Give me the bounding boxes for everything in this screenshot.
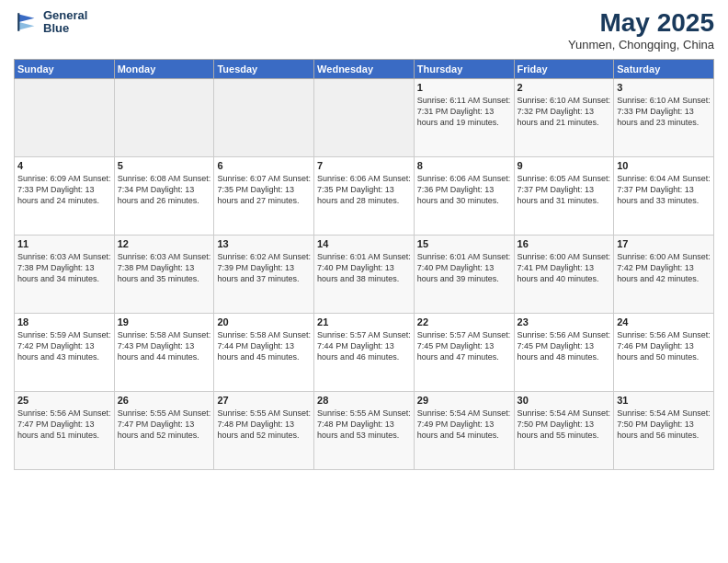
day-info: Sunrise: 5:57 AM Sunset: 7:45 PM Dayligh… (417, 329, 511, 362)
day-info: Sunrise: 6:08 AM Sunset: 7:34 PM Dayligh… (118, 173, 211, 206)
day-number: 24 (617, 316, 711, 327)
logo-line2: Blue (43, 21, 69, 35)
logo: General Blue (14, 9, 87, 36)
day-info: Sunrise: 5:56 AM Sunset: 7:45 PM Dayligh… (518, 329, 611, 362)
day-number: 9 (518, 160, 611, 171)
calendar-cell: 24Sunrise: 5:56 AM Sunset: 7:46 PM Dayli… (614, 313, 714, 391)
calendar-cell: 26Sunrise: 5:55 AM Sunset: 7:47 PM Dayli… (114, 391, 214, 469)
calendar-cell (15, 78, 115, 156)
calendar-cell (114, 78, 214, 156)
logo-line1: General (43, 8, 87, 22)
day-number: 10 (617, 160, 711, 171)
calendar-cell: 6Sunrise: 6:07 AM Sunset: 7:35 PM Daylig… (214, 156, 314, 235)
day-number: 29 (417, 395, 511, 406)
day-info: Sunrise: 6:06 AM Sunset: 7:35 PM Dayligh… (317, 173, 411, 206)
day-number: 6 (217, 160, 311, 171)
day-number: 17 (617, 238, 711, 249)
week-row-4: 18Sunrise: 5:59 AM Sunset: 7:42 PM Dayli… (15, 313, 714, 391)
day-number: 3 (617, 82, 711, 93)
day-info: Sunrise: 6:01 AM Sunset: 7:40 PM Dayligh… (417, 251, 511, 284)
calendar-cell: 25Sunrise: 5:56 AM Sunset: 7:47 PM Dayli… (15, 391, 115, 469)
day-header-monday: Monday (114, 59, 214, 78)
logo-icon (14, 9, 40, 35)
calendar-cell: 4Sunrise: 6:09 AM Sunset: 7:33 PM Daylig… (15, 156, 115, 235)
calendar-cell: 10Sunrise: 6:04 AM Sunset: 7:37 PM Dayli… (614, 156, 714, 235)
week-row-1: 1Sunrise: 6:11 AM Sunset: 7:31 PM Daylig… (15, 78, 714, 156)
day-number: 27 (217, 395, 311, 406)
day-number: 8 (417, 160, 511, 171)
day-info: Sunrise: 5:55 AM Sunset: 7:47 PM Dayligh… (118, 408, 211, 441)
subtitle: Yunmen, Chongqing, China (568, 38, 714, 52)
calendar-cell: 20Sunrise: 5:58 AM Sunset: 7:44 PM Dayli… (214, 313, 314, 391)
day-header-sunday: Sunday (15, 59, 115, 78)
day-info: Sunrise: 6:11 AM Sunset: 7:31 PM Dayligh… (417, 95, 511, 128)
calendar-body: 1Sunrise: 6:11 AM Sunset: 7:31 PM Daylig… (15, 78, 714, 469)
calendar-cell: 7Sunrise: 6:06 AM Sunset: 7:35 PM Daylig… (314, 156, 415, 235)
calendar-cell: 2Sunrise: 6:10 AM Sunset: 7:32 PM Daylig… (514, 78, 614, 156)
day-number: 13 (217, 238, 311, 249)
day-number: 28 (317, 395, 411, 406)
calendar-cell: 19Sunrise: 5:58 AM Sunset: 7:43 PM Dayli… (114, 313, 214, 391)
calendar-cell: 21Sunrise: 5:57 AM Sunset: 7:44 PM Dayli… (314, 313, 415, 391)
day-info: Sunrise: 5:59 AM Sunset: 7:42 PM Dayligh… (17, 329, 111, 362)
calendar-cell: 23Sunrise: 5:56 AM Sunset: 7:45 PM Dayli… (514, 313, 614, 391)
day-number: 7 (317, 160, 411, 171)
day-info: Sunrise: 5:54 AM Sunset: 7:50 PM Dayligh… (518, 408, 611, 441)
day-number: 5 (118, 160, 211, 171)
day-info: Sunrise: 5:57 AM Sunset: 7:44 PM Dayligh… (317, 329, 411, 362)
day-info: Sunrise: 6:01 AM Sunset: 7:40 PM Dayligh… (317, 251, 411, 284)
day-number: 4 (17, 160, 111, 171)
header: General Blue May 2025 Yunmen, Chongqing,… (14, 9, 714, 52)
day-number: 16 (518, 238, 611, 249)
calendar: SundayMondayTuesdayWednesdayThursdayFrid… (14, 59, 714, 470)
calendar-cell: 11Sunrise: 6:03 AM Sunset: 7:38 PM Dayli… (15, 235, 115, 313)
page: General Blue May 2025 Yunmen, Chongqing,… (0, 0, 728, 563)
day-number: 2 (518, 82, 611, 93)
day-info: Sunrise: 6:03 AM Sunset: 7:38 PM Dayligh… (118, 251, 211, 284)
calendar-cell (214, 78, 314, 156)
logo-text: General Blue (43, 9, 87, 36)
day-number: 21 (317, 316, 411, 327)
calendar-cell: 14Sunrise: 6:01 AM Sunset: 7:40 PM Dayli… (314, 235, 415, 313)
calendar-cell: 15Sunrise: 6:01 AM Sunset: 7:40 PM Dayli… (414, 235, 514, 313)
day-number: 15 (417, 238, 511, 249)
calendar-cell: 31Sunrise: 5:54 AM Sunset: 7:50 PM Dayli… (614, 391, 714, 469)
day-header-saturday: Saturday (614, 59, 714, 78)
day-info: Sunrise: 5:56 AM Sunset: 7:47 PM Dayligh… (17, 408, 111, 441)
day-number: 20 (217, 316, 311, 327)
day-number: 19 (118, 316, 211, 327)
day-info: Sunrise: 6:10 AM Sunset: 7:33 PM Dayligh… (617, 95, 711, 128)
calendar-cell: 17Sunrise: 6:00 AM Sunset: 7:42 PM Dayli… (614, 235, 714, 313)
day-info: Sunrise: 6:05 AM Sunset: 7:37 PM Dayligh… (518, 173, 611, 206)
day-info: Sunrise: 5:58 AM Sunset: 7:43 PM Dayligh… (118, 329, 211, 362)
day-info: Sunrise: 5:54 AM Sunset: 7:50 PM Dayligh… (617, 408, 711, 441)
calendar-cell: 13Sunrise: 6:02 AM Sunset: 7:39 PM Dayli… (214, 235, 314, 313)
day-info: Sunrise: 6:04 AM Sunset: 7:37 PM Dayligh… (617, 173, 711, 206)
calendar-cell: 30Sunrise: 5:54 AM Sunset: 7:50 PM Dayli… (514, 391, 614, 469)
day-number: 12 (118, 238, 211, 249)
day-header-tuesday: Tuesday (214, 59, 314, 78)
svg-rect-3 (17, 13, 19, 31)
day-number: 1 (417, 82, 511, 93)
day-info: Sunrise: 5:55 AM Sunset: 7:48 PM Dayligh… (217, 408, 311, 441)
day-number: 22 (417, 316, 511, 327)
day-number: 25 (17, 395, 111, 406)
day-number: 26 (118, 395, 211, 406)
calendar-header: SundayMondayTuesdayWednesdayThursdayFrid… (15, 59, 714, 78)
day-info: Sunrise: 6:00 AM Sunset: 7:41 PM Dayligh… (518, 251, 611, 284)
day-number: 14 (317, 238, 411, 249)
day-header-friday: Friday (514, 59, 614, 78)
day-number: 23 (518, 316, 611, 327)
day-info: Sunrise: 6:00 AM Sunset: 7:42 PM Dayligh… (617, 251, 711, 284)
calendar-cell: 22Sunrise: 5:57 AM Sunset: 7:45 PM Dayli… (414, 313, 514, 391)
calendar-cell: 3Sunrise: 6:10 AM Sunset: 7:33 PM Daylig… (614, 78, 714, 156)
day-info: Sunrise: 6:03 AM Sunset: 7:38 PM Dayligh… (17, 251, 111, 284)
calendar-cell: 29Sunrise: 5:54 AM Sunset: 7:49 PM Dayli… (414, 391, 514, 469)
day-header-wednesday: Wednesday (314, 59, 415, 78)
calendar-cell: 18Sunrise: 5:59 AM Sunset: 7:42 PM Dayli… (15, 313, 115, 391)
day-number: 11 (17, 238, 111, 249)
calendar-cell: 27Sunrise: 5:55 AM Sunset: 7:48 PM Dayli… (214, 391, 314, 469)
calendar-cell: 12Sunrise: 6:03 AM Sunset: 7:38 PM Dayli… (114, 235, 214, 313)
week-row-5: 25Sunrise: 5:56 AM Sunset: 7:47 PM Dayli… (15, 391, 714, 469)
title-block: May 2025 Yunmen, Chongqing, China (568, 9, 714, 52)
